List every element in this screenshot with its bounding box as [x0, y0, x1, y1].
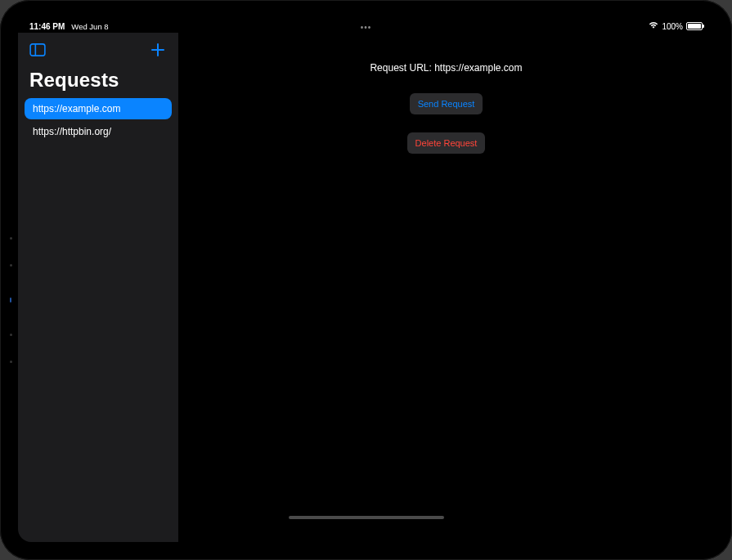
sidebar-item-label: https://httpbin.org/: [33, 126, 111, 137]
sidebar-item-label: https://example.com: [33, 103, 120, 114]
status-bar: 11:46 PM Wed Jun 8 ••• 100%: [18, 18, 714, 33]
add-request-icon[interactable]: [150, 43, 165, 60]
app-content: Requests https://example.com https://htt…: [18, 33, 714, 542]
request-url-label: Request URL: https://example.com: [370, 62, 522, 74]
status-date: Wed Jun 8: [71, 22, 108, 31]
request-url-value: https://example.com: [434, 62, 522, 74]
main-panel: Request URL: https://example.com Send Re…: [178, 33, 714, 542]
device-frame: 11:46 PM Wed Jun 8 ••• 100%: [0, 0, 732, 560]
sidebar: Requests https://example.com https://htt…: [18, 33, 178, 542]
delete-request-button[interactable]: Delete Request: [407, 132, 486, 154]
sidebar-item-request[interactable]: https://example.com: [25, 98, 172, 119]
wifi-icon: [649, 21, 658, 31]
send-request-button[interactable]: Send Request: [410, 93, 483, 114]
home-indicator[interactable]: [289, 516, 444, 519]
svg-rect-0: [30, 44, 45, 56]
sidebar-toolbar: [18, 38, 178, 67]
device-side-decor: [10, 237, 12, 363]
multitasking-dots-icon[interactable]: •••: [361, 23, 372, 32]
sidebar-item-request[interactable]: https://httpbin.org/: [25, 121, 172, 142]
status-time: 11:46 PM: [29, 22, 65, 31]
battery-percentage: 100%: [662, 22, 683, 31]
sidebar-title: Requests: [18, 67, 178, 98]
battery-icon: [686, 22, 703, 30]
sidebar-list: https://example.com https://httpbin.org/: [18, 98, 178, 144]
sidebar-toggle-icon[interactable]: [29, 43, 46, 60]
screen: 11:46 PM Wed Jun 8 ••• 100%: [18, 18, 714, 542]
